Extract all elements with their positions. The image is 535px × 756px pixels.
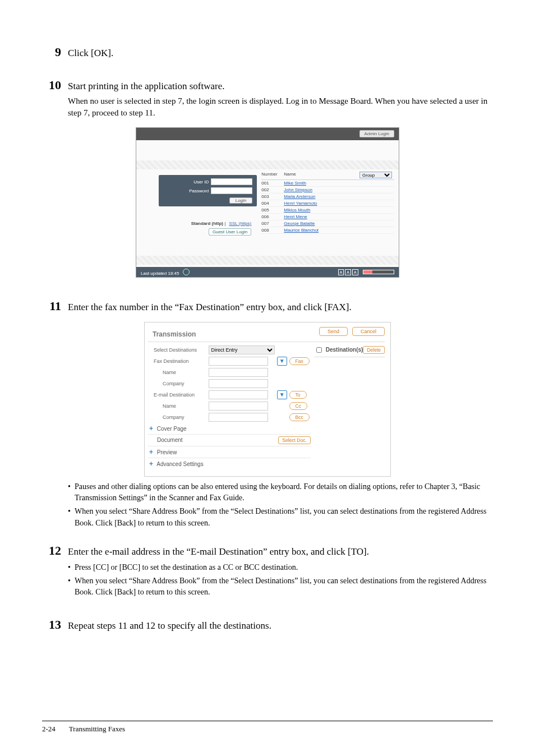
step-11: 11 Enter the fax number in the “Fax Dest… [42,299,493,314]
delete-button[interactable]: Delete [363,346,385,354]
label-fax-name: Name [148,367,207,378]
step-body: Start printing in the application softwa… [68,80,493,119]
destination-form: Select Destinations Direct Entry Fax Des… [148,344,311,423]
fax-company-input[interactable] [209,379,268,388]
step-title: Repeat steps 11 and 12 to specify all th… [68,620,271,631]
email-destination-input[interactable] [209,390,268,399]
fax-name-input[interactable] [209,368,268,377]
step-body: Repeat steps 11 and 12 to specify all th… [68,619,493,633]
send-button[interactable]: Send [319,327,348,336]
user-list-header: Number Name Group [261,170,394,180]
label-select-destinations: Select Destinations [148,344,207,356]
section-advanced[interactable]: + Advanced Settings [148,458,311,469]
password-input[interactable] [211,187,252,194]
group-select[interactable]: Group [359,172,392,178]
step-title: Start printing in the application softwa… [68,81,225,91]
decor-band-top [136,160,399,169]
user-number: 004 [261,201,284,206]
user-list: Number Name Group 001 Mike Smith 002 Joh… [257,169,399,256]
email-company-input[interactable] [209,413,268,422]
section-cover-page[interactable]: + Cover Page [148,423,311,435]
step-9: 9 Click [OK]. [42,45,493,60]
label-fax-company: Company [148,378,207,389]
label-password: Password [189,188,209,193]
select-document-button[interactable]: Select Doc. [278,436,310,444]
guest-login-button[interactable]: Guest User Login [209,228,251,236]
login-button[interactable]: Login [229,197,253,204]
label-user-id: User ID [193,179,209,185]
step-13: 13 Repeat steps 11 and 12 to specify all… [42,617,493,633]
footer-page-title: Transmitting Faxes [69,725,125,734]
step-title: Click [OK]. [68,48,113,58]
user-number: 002 [261,187,284,192]
destinations-panel: Destination(s) Delete [314,344,385,469]
font-size-small[interactable]: A [338,269,344,275]
step-number: 11 [42,299,68,314]
refresh-icon[interactable] [183,269,190,275]
fax-button[interactable]: Fax [289,357,310,365]
step-body: Click [OK]. [68,47,493,60]
user-row: 007 George Bataille [261,220,394,227]
font-size-medium[interactable]: A [345,269,351,275]
footer-page-number: 2-24 [42,725,56,734]
bcc-button[interactable]: Bcc [289,413,310,421]
admin-login-button[interactable]: Admin Login [359,130,394,137]
label-preview: Preview [157,449,177,455]
user-row: 004 Henri Yamamoto [261,200,394,207]
step-number: 13 [42,617,68,632]
user-row: 005 Miklos Mouth [261,207,394,214]
expand-fax-button[interactable]: ▼ [277,357,287,366]
step-11-bullets: Pauses and other dialing options can be … [68,481,493,529]
user-id-input[interactable] [211,178,252,185]
topbar: Admin Login [136,128,399,140]
user-name-link[interactable]: George Bataille [284,221,394,226]
user-name-link[interactable]: Henri Mene [284,214,394,219]
mode-ssl-link[interactable]: SSL (https) [229,221,252,226]
bullet-item: When you select “Share Address Book” fro… [68,575,493,598]
section-document: Document Select Doc. [148,435,311,446]
plus-icon: + [149,460,153,468]
user-row: 006 Henri Mene [261,214,394,220]
user-name-link[interactable]: John Simpson [284,187,394,192]
step-12: 12 Enter the e-mail address in the “E-ma… [42,543,493,601]
user-name-link[interactable]: Maria Anderson [284,194,394,199]
cancel-button[interactable]: Cancel [352,327,385,336]
to-button[interactable]: To [289,391,307,399]
mode-standard: Standard (http) [191,221,223,226]
plus-icon: + [149,448,153,456]
step-body: Enter the e-mail address in the “E-mail … [68,545,493,601]
step-number: 10 [42,78,68,93]
user-row: 008 Maurice Blanchot [261,227,394,234]
last-updated-text: Last updated 18:45 [141,271,179,276]
screenshot-transmission: Send Cancel Transmission Select Destinat… [144,322,391,477]
user-number: 008 [261,228,284,233]
status-bar: Last updated 18:45 A A A [136,267,399,277]
header-name: Name [284,172,359,178]
user-name-link[interactable]: Henri Yamamoto [284,201,394,206]
destinations-checkbox[interactable] [316,347,322,353]
email-name-input[interactable] [209,402,268,411]
section-preview[interactable]: + Preview [148,446,311,458]
bullet-item: When you select “Share Address Book” fro… [68,506,493,529]
label-destinations: Destination(s) [326,347,363,353]
step-12-bullets: Press [CC] or [BCC] to set the destinati… [68,562,493,598]
page-footer: 2-24 Transmitting Faxes [42,721,493,734]
user-row: 003 Maria Anderson [261,193,394,200]
select-destinations-dropdown[interactable]: Direct Entry [209,345,275,354]
user-row: 001 Mike Smith [261,180,394,187]
step-number: 12 [42,543,68,558]
label-email-destination: E-mail Destination [148,389,207,400]
font-size-large[interactable]: A [352,269,358,275]
user-number: 007 [261,221,284,226]
plus-icon: + [149,425,153,432]
label-email-name: Name [148,400,207,412]
user-name-link[interactable]: Miklos Mouth [284,208,394,213]
step-10: 10 Start printing in the application sof… [42,78,493,119]
user-name-link[interactable]: Maurice Blanchot [284,228,394,233]
fax-destination-input[interactable] [209,357,268,366]
user-number: 006 [261,214,284,219]
expand-email-button[interactable]: ▼ [277,390,287,399]
cc-button[interactable]: Cc [289,402,307,410]
screenshot-login: Admin Login User ID Password Login [136,127,399,278]
user-name-link[interactable]: Mike Smith [284,181,394,186]
